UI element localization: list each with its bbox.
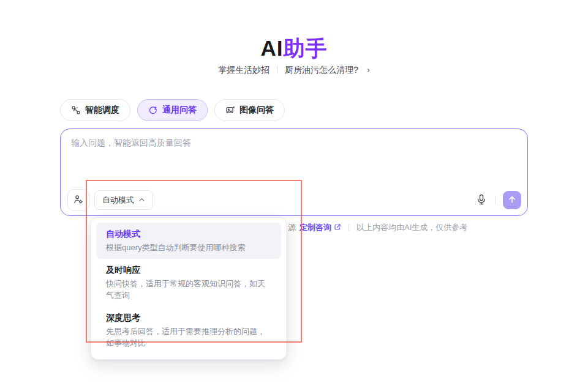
external-link-icon: [334, 223, 341, 232]
subtitle-divider: [277, 66, 277, 73]
page-title-accent: 助手: [284, 36, 328, 60]
tagline-text: 掌握生活妙招: [218, 65, 270, 75]
dropdown-item-title: 深度思考: [106, 311, 271, 324]
chevron-up-icon: [138, 196, 145, 205]
footnote-divider: [349, 224, 349, 231]
composer-toolbar: 自动模式: [67, 189, 521, 211]
chevron-right-icon[interactable]: ›: [367, 64, 370, 75]
person-gear-icon: [73, 194, 84, 207]
mode-selector-label: 自动模式: [102, 195, 134, 206]
tab-label: 通用问答: [162, 105, 197, 116]
tab-label: 智能调度: [85, 105, 119, 116]
dropdown-item-desc: 快问快答，适用于常规的客观知识问答，如天气查询: [106, 278, 271, 301]
refresh-sparkle-icon: [148, 105, 158, 115]
tab-label: 图像问答: [239, 105, 274, 116]
mode-selector-button[interactable]: 自动模式: [94, 190, 153, 210]
page-title-prefix: AI: [261, 36, 284, 60]
custom-consult-link[interactable]: 定制咨询: [300, 222, 341, 233]
dropdown-item-title: 自动模式: [106, 228, 271, 240]
microphone-button[interactable]: [473, 192, 490, 209]
custom-consult-label: 定制咨询: [300, 222, 331, 233]
tab-general-qa[interactable]: 通用问答: [137, 99, 208, 121]
ai-assistant-page: AI助手 掌握生活妙招厨房油污怎么清理?› 智能调度: [0, 0, 588, 383]
tab-image-qa[interactable]: 图像问答: [214, 99, 285, 121]
question-input[interactable]: [70, 136, 513, 188]
persona-settings-button[interactable]: [67, 189, 89, 211]
tab-smart-scheduling[interactable]: 智能调度: [60, 99, 130, 121]
hot-question-link[interactable]: 厨房油污怎么清理?: [285, 65, 358, 75]
send-button[interactable]: [503, 191, 521, 209]
dropdown-item-title: 及时响应: [106, 264, 271, 276]
image-sparkle-icon: [225, 105, 235, 115]
source-text-tail: 源: [288, 222, 296, 233]
ai-disclaimer-text: 以上内容均由AI生成，仅供参考: [356, 222, 467, 233]
workflow-icon: [71, 105, 81, 115]
microphone-icon: [475, 193, 488, 207]
mode-tabs: 智能调度 通用问答 图像问答: [60, 99, 285, 121]
arrow-up-icon: [507, 195, 517, 206]
footnote-row: 源 定制咨询 以上内容均由AI生成，仅供参考: [288, 222, 467, 233]
page-title: AI助手: [0, 34, 588, 63]
dropdown-item-desc: 先思考后回答，适用于需要推理分析的问题，如事物对比: [106, 325, 271, 349]
toolbar-divider: [495, 196, 496, 204]
question-composer: 自动模式: [60, 128, 528, 216]
dropdown-item-desc: 根据query类型自动判断要使用哪种搜索: [106, 242, 271, 253]
dropdown-item-deep-thinking[interactable]: 深度思考 先思考后回答，适用于需要推理分析的问题，如事物对比: [96, 307, 281, 354]
dropdown-item-auto-mode[interactable]: 自动模式 根据query类型自动判断要使用哪种搜索: [96, 223, 281, 259]
dropdown-item-instant-response[interactable]: 及时响应 快问快答，适用于常规的客观知识问答，如天气查询: [96, 259, 281, 307]
mode-dropdown-panel: 自动模式 根据query类型自动判断要使用哪种搜索 及时响应 快问快答，适用于常…: [91, 217, 287, 360]
subtitle-row: 掌握生活妙招厨房油污怎么清理?›: [0, 64, 588, 76]
